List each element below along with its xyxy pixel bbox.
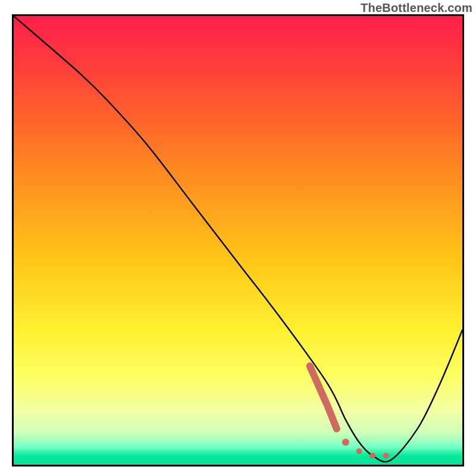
plot-area xyxy=(12,14,464,466)
optimal-zone-dot xyxy=(356,448,362,454)
plot-frame xyxy=(12,14,464,466)
optimal-zone-dots xyxy=(342,439,389,459)
optimal-zone-dot xyxy=(369,453,375,459)
watermark-text: TheBottleneck.com xyxy=(361,1,472,15)
bottleneck-curve-path xyxy=(14,16,462,462)
chart-container: TheBottleneck.com xyxy=(0,0,476,476)
optimal-zone-dot xyxy=(342,439,349,446)
optimal-zone-dot xyxy=(383,453,389,459)
curve-overlay xyxy=(14,16,462,465)
optimal-zone-stroke xyxy=(310,366,337,429)
